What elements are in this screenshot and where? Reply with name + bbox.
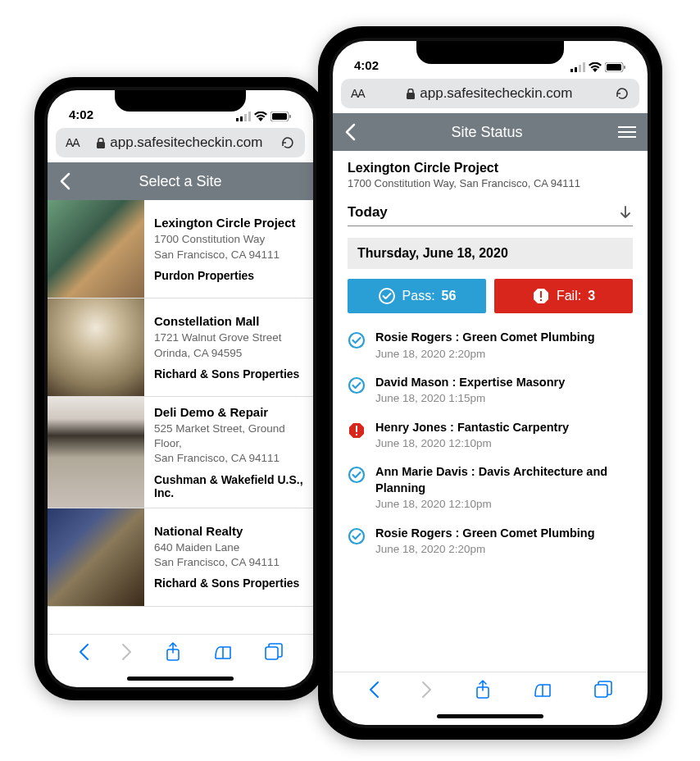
- text-size-button[interactable]: AA: [351, 87, 365, 100]
- site-name: Deli Demo & Repair: [154, 405, 303, 419]
- url-text[interactable]: app.safesitecheckin.com: [88, 134, 272, 151]
- pass-chip[interactable]: Pass: 56: [348, 279, 486, 313]
- home-indicator[interactable]: [437, 714, 543, 718]
- wifi-icon: [254, 112, 267, 121]
- tabs-button[interactable]: [265, 643, 283, 664]
- site-address: 1700 Constitution Way San Francisco, CA …: [154, 232, 296, 262]
- site-owner: Cushman & Wakefield U.S., Inc.: [154, 473, 303, 499]
- notch: [115, 90, 246, 112]
- url-text[interactable]: app.safesitecheckin.com: [373, 85, 607, 102]
- checkin-entry[interactable]: Rosie Rogers : Green Comet PlumbingJune …: [348, 526, 633, 558]
- bookmarks-button[interactable]: [533, 681, 552, 701]
- entry-time: June 18, 2020 2:20pm: [375, 347, 595, 362]
- page-title: Select a Site: [70, 173, 290, 190]
- site-name: National Realty: [154, 524, 299, 538]
- tabs-button[interactable]: [594, 681, 612, 702]
- site-row[interactable]: Lexington Circle Project 1700 Constituti…: [48, 200, 313, 298]
- pass-fail-row: Pass: 56 Fail: 3: [348, 279, 633, 313]
- text-size-button[interactable]: AA: [66, 136, 80, 149]
- alert-octagon-icon: [348, 422, 366, 440]
- safari-toolbar: [48, 634, 313, 672]
- entry-text: Henry Jones : Fantastic CarpentryJune 18…: [375, 420, 569, 452]
- checkin-entry[interactable]: David Mason : Expertise MasonryJune 18, …: [348, 375, 633, 407]
- site-row[interactable]: National Realty 640 Maiden Lane San Fran…: [48, 508, 313, 607]
- status-indicators: [570, 62, 626, 72]
- cellular-icon: [236, 112, 251, 121]
- url-bar[interactable]: AA app.safesitecheckin.com: [56, 128, 305, 157]
- notch: [416, 41, 564, 64]
- back-icon[interactable]: [344, 123, 356, 141]
- check-circle-icon: [348, 376, 366, 394]
- site-address: 1721 Walnut Grove Street Orinda, CA 9459…: [154, 330, 299, 360]
- site-thumbnail: [48, 200, 144, 298]
- screen: 4:02 AA app.safesitecheckin.com Site Sta…: [333, 41, 648, 725]
- entry-text: Rosie Rogers : Green Comet PlumbingJune …: [375, 526, 595, 558]
- svg-rect-0: [236, 118, 239, 121]
- home-indicator[interactable]: [127, 677, 234, 681]
- status-content[interactable]: Lexington Circle Project 1700 Constituti…: [333, 151, 648, 672]
- site-row[interactable]: Constellation Mall 1721 Walnut Grove Str…: [48, 298, 313, 397]
- nav-forward-button[interactable]: [421, 681, 433, 702]
- menu-icon[interactable]: [618, 125, 636, 139]
- cellular-icon: [570, 62, 585, 72]
- site-name: Constellation Mall: [154, 314, 299, 328]
- safari-toolbar: [333, 672, 648, 709]
- date-display: Thursday, June 18, 2020: [348, 238, 633, 269]
- check-circle-icon: [348, 527, 366, 545]
- bookmarks-button[interactable]: [213, 644, 233, 663]
- checkin-entry[interactable]: Ann Marie Davis : Davis Architecture and…: [348, 464, 633, 512]
- site-address: 525 Market Street, Ground Floor, San Fra…: [154, 422, 303, 467]
- entry-title: Henry Jones : Fantastic Carpentry: [375, 420, 569, 436]
- share-button[interactable]: [475, 680, 491, 703]
- site-list[interactable]: Lexington Circle Project 1700 Constituti…: [48, 200, 313, 634]
- reload-icon[interactable]: [615, 86, 630, 101]
- lock-icon: [407, 89, 415, 99]
- screen: 4:02 AA app.safesitecheckin.com Select a…: [48, 90, 313, 687]
- entry-title: Rosie Rogers : Green Comet Plumbing: [375, 330, 595, 346]
- site-info: National Realty 640 Maiden Lane San Fran…: [144, 508, 309, 606]
- svg-rect-6: [289, 115, 291, 118]
- phone-bezel: 4:02 AA app.safesitecheckin.com Select a…: [44, 87, 316, 690]
- svg-point-21: [380, 289, 394, 303]
- nav-back-button[interactable]: [368, 681, 380, 702]
- check-circle-icon: [348, 331, 366, 349]
- battery-icon: [270, 112, 292, 121]
- svg-rect-28: [356, 426, 357, 432]
- page-header: Site Status: [333, 113, 648, 151]
- svg-rect-23: [540, 291, 542, 298]
- entry-time: June 18, 2020 2:20pm: [375, 542, 595, 557]
- entry-title: David Mason : Expertise Masonry: [375, 375, 565, 391]
- entry-title: Ann Marie Davis : Davis Architecture and…: [375, 464, 633, 496]
- check-circle-icon: [378, 287, 396, 305]
- svg-rect-12: [579, 65, 581, 72]
- share-button[interactable]: [165, 642, 181, 665]
- phone-site-status: 4:02 AA app.safesitecheckin.com Site Sta…: [318, 26, 662, 740]
- site-owner: Richard & Sons Properties: [154, 576, 299, 590]
- entry-title: Rosie Rogers : Green Comet Plumbing: [375, 526, 595, 542]
- entry-time: June 18, 2020 12:10pm: [375, 497, 633, 512]
- site-address: 640 Maiden Lane San Francisco, CA 94111: [154, 540, 299, 570]
- nav-back-button[interactable]: [78, 643, 89, 664]
- fail-chip[interactable]: Fail: 3: [494, 279, 633, 313]
- site-owner: Richard & Sons Properties: [154, 367, 299, 380]
- svg-rect-29: [356, 434, 357, 435]
- site-thumbnail: [48, 298, 144, 396]
- date-selector[interactable]: Today: [348, 204, 633, 226]
- svg-rect-11: [575, 67, 577, 72]
- arrow-down-icon: [618, 205, 633, 220]
- site-row[interactable]: Deli Demo & Repair 525 Market Street, Gr…: [48, 397, 313, 508]
- page-header: Select a Site: [48, 162, 313, 200]
- reload-icon[interactable]: [280, 135, 295, 150]
- lock-icon: [97, 138, 105, 148]
- site-name: Lexington Circle Project: [154, 216, 296, 230]
- svg-rect-5: [272, 113, 287, 120]
- phone-bezel: 4:02 AA app.safesitecheckin.com Site Sta…: [330, 38, 651, 728]
- phone-select-site: 4:02 AA app.safesitecheckin.com Select a…: [34, 77, 326, 700]
- nav-forward-button[interactable]: [121, 643, 133, 664]
- checkin-entry[interactable]: Rosie Rogers : Green Comet PlumbingJune …: [348, 330, 633, 362]
- url-bar[interactable]: AA app.safesitecheckin.com: [341, 79, 639, 108]
- checkin-entry[interactable]: Henry Jones : Fantastic CarpentryJune 18…: [348, 420, 633, 452]
- battery-icon: [605, 62, 626, 72]
- back-icon[interactable]: [59, 172, 70, 190]
- status-indicators: [236, 112, 292, 121]
